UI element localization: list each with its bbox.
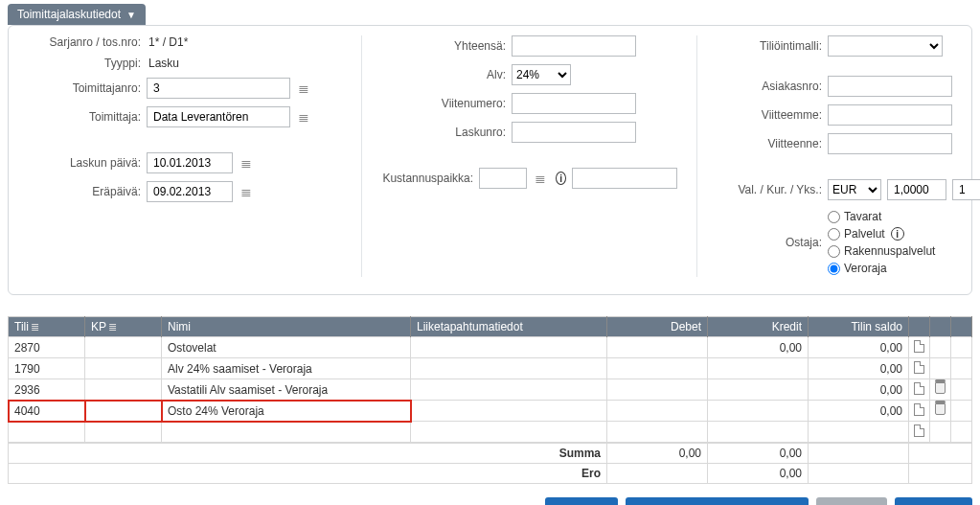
- cell-name: Ostovelat: [162, 337, 411, 358]
- chevron-down-icon: ▼: [126, 10, 136, 20]
- table-row[interactable]: 4040Osto 24% Veroraja0,00: [9, 401, 972, 422]
- trash-icon[interactable]: [930, 337, 951, 358]
- cell-account[interactable]: 2936: [9, 379, 85, 401]
- unit-input[interactable]: [952, 179, 980, 200]
- due-date-input[interactable]: [147, 181, 233, 202]
- total-input[interactable]: [512, 35, 636, 57]
- supplier-input[interactable]: [147, 106, 290, 127]
- cost-center-name-input[interactable]: [572, 168, 677, 189]
- cell-kp[interactable]: [85, 379, 162, 401]
- label-serial: Sarjanro / tos.nro:: [16, 35, 141, 49]
- cell-kp[interactable]: [85, 401, 162, 422]
- th-credit[interactable]: Kredit: [708, 317, 809, 337]
- abort-button[interactable]: Keskeytä: [895, 497, 972, 505]
- supplier-no-input[interactable]: [147, 78, 290, 99]
- cell-ledger[interactable]: [411, 358, 607, 379]
- cell-account[interactable]: 1790: [9, 358, 85, 379]
- page-icon[interactable]: [909, 422, 930, 443]
- cell-balance: 0,00: [809, 358, 909, 379]
- cell-kp[interactable]: [85, 337, 162, 358]
- accounting-grid: Tili≣ KP≣ Nimi Liiketapahtumatiedot Debe…: [8, 316, 972, 443]
- trash-icon[interactable]: [930, 358, 951, 379]
- cell-ledger[interactable]: [411, 379, 607, 401]
- cancel-button[interactable]: Peruuta: [816, 497, 887, 505]
- cell-debit[interactable]: [607, 358, 708, 379]
- cell-balance: 0,00: [809, 337, 909, 358]
- table-row-empty[interactable]: [9, 422, 972, 443]
- label-total: Yhteensä:: [381, 39, 506, 53]
- diff-label: Ero: [9, 464, 607, 484]
- cell-credit[interactable]: [708, 379, 809, 401]
- trash-icon[interactable]: [930, 401, 951, 422]
- radio-services[interactable]: [828, 228, 840, 241]
- cell-balance: 0,00: [809, 401, 909, 422]
- form-panel: Sarjanro / tos.nro: 1* / D1* Tyyppi: Las…: [8, 25, 972, 295]
- table-row[interactable]: 2870Ostovelat0,000,00: [9, 337, 972, 358]
- calendar-icon[interactable]: ≣: [239, 155, 254, 171]
- tab-supplier-invoice[interactable]: Toimittajalaskutiedot ▼: [8, 4, 146, 25]
- label-yourref: Viitteenne:: [717, 137, 822, 150]
- th-kp[interactable]: KP≣: [85, 317, 162, 337]
- list-icon[interactable]: ≣: [296, 80, 311, 96]
- blank-cell: [951, 337, 972, 358]
- yourref-input[interactable]: [828, 133, 952, 154]
- cell-ledger[interactable]: [411, 337, 607, 358]
- list-icon[interactable]: ≣: [296, 109, 311, 125]
- cell-credit[interactable]: [708, 401, 809, 422]
- th-account[interactable]: Tili≣: [9, 317, 85, 337]
- cell-debit[interactable]: [607, 401, 708, 422]
- label-currency: Val. / Kur. / Yks.:: [717, 183, 822, 196]
- th-balance[interactable]: Tilin saldo: [809, 317, 909, 337]
- page-icon[interactable]: [909, 379, 930, 401]
- page-icon[interactable]: [909, 337, 930, 358]
- cell-ledger[interactable]: [411, 401, 607, 422]
- cell-credit[interactable]: [708, 358, 809, 379]
- th-ledger[interactable]: Liiketapahtumatiedot: [411, 317, 607, 337]
- invno-input[interactable]: [512, 122, 636, 143]
- cell-account[interactable]: 2870: [9, 337, 85, 358]
- invoice-date-input[interactable]: [147, 152, 233, 173]
- page-icon[interactable]: [909, 401, 930, 422]
- blank-cell: [951, 401, 972, 422]
- blank-cell: [951, 358, 972, 379]
- th-debit[interactable]: Debet: [607, 317, 708, 337]
- cell-kp[interactable]: [85, 358, 162, 379]
- th-blank1: [909, 317, 930, 337]
- currency-select[interactable]: EUR: [828, 179, 881, 200]
- rate-input[interactable]: [887, 179, 946, 200]
- vat-select[interactable]: 24%: [512, 64, 571, 85]
- label-construction: Rakennuspalvelut: [844, 244, 935, 258]
- radio-veroraja[interactable]: [828, 263, 840, 275]
- cost-center-code-input[interactable]: [479, 168, 527, 189]
- cell-debit[interactable]: [607, 379, 708, 401]
- value-serial: 1* / D1*: [147, 35, 188, 49]
- cell-credit[interactable]: 0,00: [708, 337, 809, 358]
- save-and-post-button[interactable]: Tallenna ja lisää kirjanpitoon: [626, 497, 809, 505]
- table-row[interactable]: 2936Vastatili Alv saamiset - Veroraja0,0…: [9, 379, 972, 401]
- calendar-icon[interactable]: ≣: [239, 184, 254, 199]
- diff-value: 0,00: [708, 464, 809, 484]
- info-icon[interactable]: i: [556, 172, 566, 185]
- cell-account[interactable]: 4040: [9, 401, 85, 422]
- th-name[interactable]: Nimi: [162, 317, 411, 337]
- custno-input[interactable]: [828, 76, 952, 97]
- ref-input[interactable]: [512, 93, 636, 114]
- accmodel-select[interactable]: [828, 35, 943, 57]
- list-icon[interactable]: ≣: [533, 171, 548, 186]
- label-due-date: Eräpäivä:: [16, 185, 141, 198]
- cell-balance: 0,00: [809, 379, 909, 401]
- radio-goods[interactable]: [828, 211, 840, 223]
- list-icon: ≣: [106, 321, 117, 333]
- page-icon[interactable]: [909, 358, 930, 379]
- col-left: Sarjanro / tos.nro: 1* / D1* Tyyppi: Las…: [16, 35, 342, 277]
- save-button[interactable]: Tallenna: [545, 497, 618, 505]
- ourref-input[interactable]: [828, 104, 952, 126]
- table-row[interactable]: 1790Alv 24% saamiset - Veroraja0,00: [9, 358, 972, 379]
- radio-construction[interactable]: [828, 245, 840, 258]
- col-right: Tiliöintimalli: Asiakasnro: Viitteemme: …: [696, 35, 980, 277]
- info-icon[interactable]: i: [891, 227, 904, 241]
- cell-debit[interactable]: [607, 337, 708, 358]
- sum-credit: 0,00: [708, 444, 809, 464]
- label-type: Tyyppi:: [16, 57, 141, 70]
- trash-icon[interactable]: [930, 379, 951, 401]
